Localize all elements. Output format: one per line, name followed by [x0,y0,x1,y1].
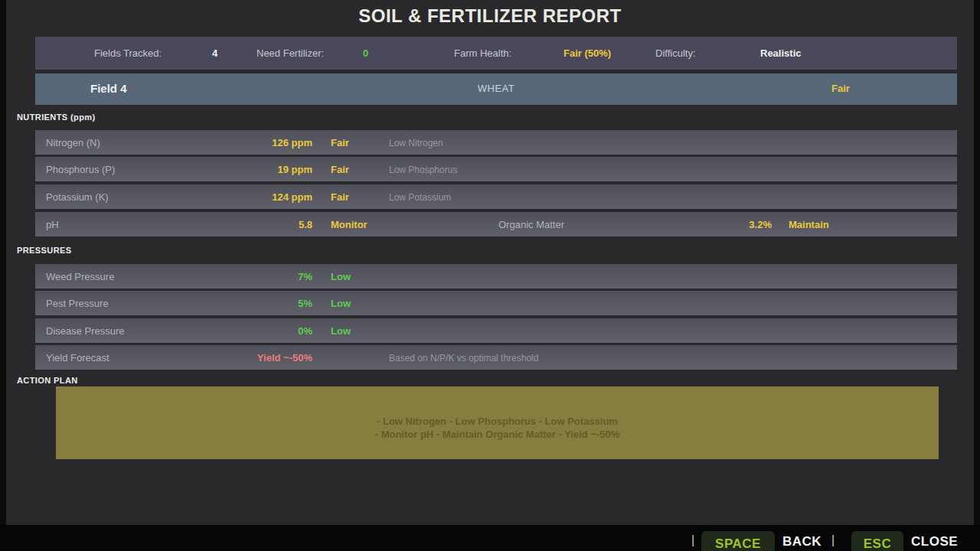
footer-separator: | [691,533,694,547]
difficulty-value: Realistic [760,47,801,59]
nutrient-status: Fair [331,137,349,148]
nutrient-row-potassium: Potassium (K) 124 ppm Fair Low Potassium [35,184,957,209]
pressure-status: Low [331,298,351,309]
nutrients-section-label: NUTRIENTS (ppm) [17,112,96,122]
fields-tracked-label: Fields Tracked: [94,47,162,59]
action-plan-section-label: ACTION PLAN [17,376,78,385]
back-button[interactable]: BACK [782,534,822,549]
pressure-row-disease: Disease Pressure 0% Low [35,318,957,343]
footer-separator: | [831,533,835,547]
pressure-value: 0% [35,325,312,337]
pressures-section-label: PRESSURES [17,246,71,255]
nutrient-row-ph-organic: pH 5.8 Monitor Organic Matter 3.2% Maint… [35,212,957,236]
yield-forecast-note: Based on N/P/K vs optimal threshold [389,353,538,364]
pressure-row-weed: Weed Pressure 7% Low [35,264,957,289]
nutrient-value: 124 ppm [35,191,312,203]
report-panel: SOIL & FERTILIZER REPORT Fields Tracked:… [6,0,974,525]
footer-bar: | SPACE BACK | ESC CLOSE [0,525,980,551]
field-status: Fair [831,83,850,94]
space-key-button[interactable]: SPACE [701,531,775,551]
nutrient-value: 126 ppm [35,137,312,148]
pressure-status: Low [331,325,351,337]
need-fertilizer-value: 0 [363,47,368,59]
nutrient-row-phosphorus: Phosphorus (P) 19 ppm Fair Low Phosphoru… [35,157,957,181]
need-fertilizer-label: Need Fertilizer: [256,47,324,59]
action-plan-box: - Low Nitrogen - Low Phosphorus - Low Po… [56,386,939,459]
summary-stats-bar: Fields Tracked: 4 Need Fertilizer: 0 Far… [35,37,957,70]
yield-forecast-row: Yield Forecast Yield ~-50% Based on N/P/… [35,345,957,370]
nutrient-status: Fair [331,164,349,175]
fields-tracked-value: 4 [212,47,217,59]
nutrient-value: 19 ppm [35,164,312,175]
organic-matter-status: Maintain [789,219,829,230]
close-button[interactable]: CLOSE [911,534,958,549]
nutrient-row-nitrogen: Nitrogen (N) 126 ppm Fair Low Nitrogen [35,130,957,155]
action-plan-line-1: - Low Nitrogen - Low Phosphorus - Low Po… [377,415,618,428]
pressure-status: Low [331,271,351,282]
field-header-bar[interactable]: Field 4 WHEAT Fair [35,73,957,105]
esc-key-button[interactable]: ESC [851,531,903,551]
soil-fertilizer-report-screen: SOIL & FERTILIZER REPORT Fields Tracked:… [0,0,980,551]
field-crop: WHEAT [35,83,957,94]
pressure-row-pest: Pest Pressure 5% Low [35,291,957,315]
farm-health-label: Farm Health: [454,47,511,59]
pressure-value: 7% [35,271,312,282]
pressure-value: 5% [35,298,312,309]
farm-health-value: Fair (50%) [564,47,611,59]
nutrient-status: Fair [331,191,349,203]
yield-forecast-value: Yield ~-50% [35,352,312,364]
organic-matter-value: 3.2% [35,219,772,230]
nutrient-note: Low Phosphorus [389,165,457,175]
nutrient-note: Low Nitrogen [389,138,443,148]
nutrient-note: Low Potassium [389,192,451,203]
page-title: SOIL & FERTILIZER REPORT [6,5,974,27]
difficulty-label: Difficulty: [655,47,696,59]
action-plan-line-2: - Monitor pH - Maintain Organic Matter -… [375,428,620,441]
